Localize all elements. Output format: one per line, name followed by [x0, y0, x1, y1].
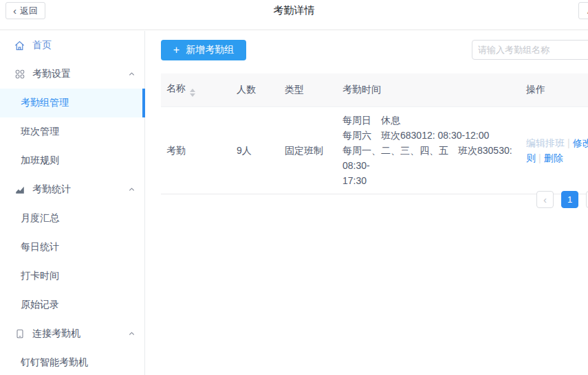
sidebar-item-label: 打卡时间 — [21, 270, 59, 282]
header-name: 名称 — [161, 73, 231, 106]
apps-icon — [14, 69, 25, 80]
sidebar-item-label: 连接考勤机 — [32, 328, 80, 340]
search-input[interactable] — [472, 40, 588, 60]
device-icon — [14, 328, 25, 340]
table-row: 考勤 9人 固定班制 每周日 休息 每周六 班次683012: 08:30-12… — [161, 106, 588, 194]
sidebar-item-overtime-rules[interactable]: 加班规则 — [0, 146, 144, 175]
pagination-page-1[interactable]: 1 — [561, 191, 578, 208]
attendance-group-table: 名称 人数 类型 考勤时间 操作 考勤 9人 固定班制 每周日 休息 每周六 班… — [161, 73, 588, 194]
sidebar-item-label: 月度汇总 — [21, 212, 59, 225]
sidebar-item-label: 考勤组管理 — [21, 97, 69, 109]
edit-schedule-link[interactable]: 编辑排班 — [526, 137, 565, 148]
sidebar-item-punch-time[interactable]: 打卡时间 — [0, 262, 144, 291]
header-name-label: 名称 — [166, 82, 186, 93]
table-header-row: 名称 人数 类型 考勤时间 操作 — [161, 73, 588, 106]
chevron-left-icon: ‹ — [543, 194, 547, 205]
chevron-up-icon[interactable] — [128, 330, 135, 338]
sort-caret-icon[interactable] — [190, 89, 195, 97]
main-content: + 新增考勤组 名称 人数 类型 考勤时间 操作 — [145, 31, 588, 375]
topbar: ‹ 返回 考勤详情 AP — [0, 0, 588, 30]
header-actions: 操作 — [521, 73, 588, 106]
action-separator: | — [538, 152, 541, 163]
sidebar-item-label: 加班规则 — [21, 155, 59, 167]
header-type: 类型 — [279, 73, 337, 106]
sidebar-item-label: 钉钉智能考勤机 — [21, 356, 88, 369]
chevron-up-icon[interactable] — [128, 71, 135, 78]
sidebar-item-attendance-settings[interactable]: 考勤设置 — [0, 60, 144, 89]
sidebar-item-home[interactable]: 首页 — [0, 31, 144, 60]
schedule-line: 每周一、二、三、四、五 班次830530: 08:30- — [342, 143, 515, 173]
sidebar-item-label: 首页 — [32, 39, 52, 52]
topbar-right-button[interactable]: AP — [578, 2, 588, 19]
sidebar-item-label: 考勤设置 — [32, 68, 71, 80]
sidebar-item-attendance-group-management[interactable]: 考勤组管理 — [0, 89, 144, 117]
pagination: ‹ 1 — [536, 191, 588, 208]
chevron-up-icon[interactable] — [128, 186, 135, 194]
sidebar-item-label: 考勤统计 — [32, 183, 71, 196]
header-headcount: 人数 — [231, 73, 279, 106]
pagination-prev-button[interactable]: ‹ — [536, 191, 554, 208]
sidebar-item-daily-statistics[interactable]: 每日统计 — [0, 233, 144, 262]
sidebar-item-shift-management[interactable]: 班次管理 — [0, 117, 144, 146]
cell-headcount: 9人 — [231, 106, 279, 194]
chart-icon — [14, 184, 25, 196]
sidebar: 首页 考勤设置 考勤组管理 班次管理 加班规则 考勤统计 — [0, 31, 145, 375]
sidebar-item-label: 每日统计 — [21, 241, 59, 253]
page-title: 考勤详情 — [0, 0, 588, 21]
sidebar-item-monthly-summary[interactable]: 月度汇总 — [0, 204, 144, 233]
plus-icon: + — [173, 45, 179, 56]
action-separator: | — [567, 137, 570, 148]
schedule-line: 每周日 休息 — [342, 113, 515, 128]
delete-link[interactable]: 删除 — [544, 152, 563, 163]
sidebar-item-connect-attendance-machine[interactable]: 连接考勤机 — [0, 319, 144, 348]
cell-name: 考勤 — [161, 106, 231, 194]
add-attendance-group-button[interactable]: + 新增考勤组 — [161, 40, 246, 60]
header-schedule: 考勤时间 — [337, 73, 521, 106]
sidebar-item-attendance-statistics[interactable]: 考勤统计 — [0, 175, 144, 204]
cell-type: 固定班制 — [279, 106, 337, 194]
sidebar-item-raw-records[interactable]: 原始记录 — [0, 291, 144, 319]
schedule-line: 每周六 班次683012: 08:30-12:00 — [342, 128, 515, 143]
cell-schedule: 每周日 休息 每周六 班次683012: 08:30-12:00 每周一、二、三… — [337, 106, 521, 194]
add-button-label: 新增考勤组 — [186, 44, 234, 56]
sidebar-item-dingtalk-smart-machine[interactable]: 钉钉智能考勤机 — [0, 348, 144, 375]
cell-actions: 编辑排班|修改规则|删除 — [521, 106, 588, 194]
sidebar-item-label: 原始记录 — [21, 299, 59, 311]
schedule-line: 17:30 — [342, 173, 515, 188]
home-icon — [14, 40, 25, 52]
sidebar-item-label: 班次管理 — [21, 126, 59, 138]
